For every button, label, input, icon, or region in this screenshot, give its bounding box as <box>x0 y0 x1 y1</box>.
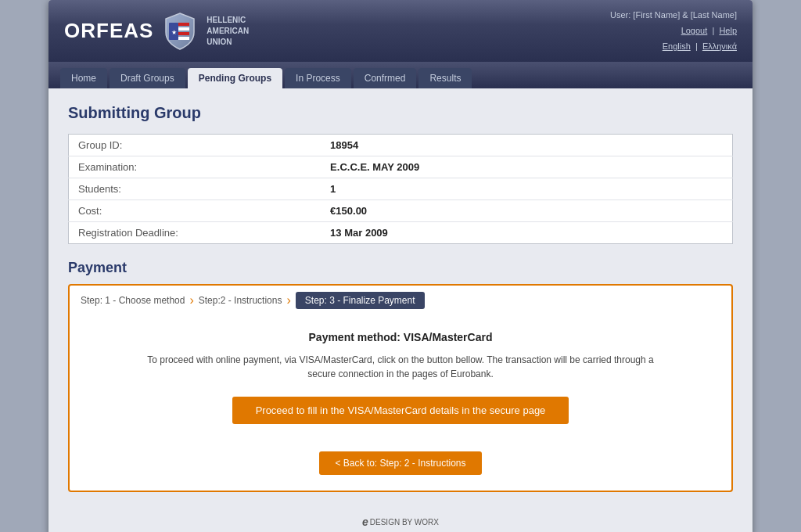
group-info-table: Group ID: 18954 Examination: E.C.C.E. MA… <box>68 134 733 244</box>
payment-method-title: Payment method: VISA/MasterCard <box>85 331 716 343</box>
main-window: ORFEAS ★ HELLENIC <box>48 0 753 532</box>
org-name: HELLENIC AMERICAN UNION <box>207 15 249 48</box>
table-row: Group ID: 18954 <box>69 135 733 156</box>
content-area: Submitting Group Group ID: 18954 Examina… <box>48 88 753 508</box>
steps-bar: Step: 1 - Choose method › Step:2 - Instr… <box>68 284 733 315</box>
user-label: User: [First Name] & [Last Name] <box>610 8 737 23</box>
lang-gr-link[interactable]: Ελληνικά <box>702 41 737 51</box>
svg-rect-4 <box>178 37 189 40</box>
svg-rect-3 <box>178 32 189 35</box>
field-label: Examination: <box>69 156 321 178</box>
header-right: User: [First Name] & [Last Name] Logout … <box>610 8 737 54</box>
back-button[interactable]: < Back to: Step: 2 - Instructions <box>319 451 481 475</box>
field-label: Students: <box>69 178 321 200</box>
field-label: Cost: <box>69 200 321 222</box>
table-row: Cost: €150.00 <box>69 200 733 222</box>
field-value: €150.00 <box>321 200 732 222</box>
proceed-button[interactable]: Proceed to fill in the VISA/MasterCard d… <box>232 397 569 424</box>
step-arrow-2: › <box>286 293 290 307</box>
step-1[interactable]: Step: 1 - Choose method <box>81 295 185 306</box>
step-arrow-1: › <box>189 293 193 307</box>
table-row: Registration Deadline: 13 Mar 2009 <box>69 222 733 244</box>
field-value: 1 <box>321 178 732 200</box>
table-row: Examination: E.C.C.E. MAY 2009 <box>69 156 733 178</box>
logout-link[interactable]: Logout <box>681 26 708 35</box>
field-value: 13 Mar 2009 <box>321 222 732 244</box>
header-left: ORFEAS ★ HELLENIC <box>64 12 249 51</box>
tab-draft-groups[interactable]: Draft Groups <box>110 68 185 88</box>
field-label: Group ID: <box>69 135 321 156</box>
tab-pending-groups[interactable]: Pending Groups <box>188 68 282 88</box>
field-value: 18954 <box>321 135 732 156</box>
payment-box: Payment method: VISA/MasterCard To proce… <box>68 315 733 492</box>
nav-bar: Home Draft Groups Pending Groups In Proc… <box>48 62 753 88</box>
header: ORFEAS ★ HELLENIC <box>48 0 753 62</box>
payment-section-title: Payment <box>68 260 733 276</box>
svg-rect-1 <box>178 23 189 26</box>
svg-rect-2 <box>178 27 189 31</box>
step-2[interactable]: Step:2 - Instructions <box>199 295 282 306</box>
step-3[interactable]: Step: 3 - Finalize Payment <box>296 292 425 309</box>
svg-text:★: ★ <box>171 29 177 36</box>
help-link[interactable]: Help <box>719 26 737 35</box>
field-label: Registration Deadline: <box>69 222 321 244</box>
footer: e DESIGN BY WORX <box>48 508 753 532</box>
logo-text: ORFEAS <box>64 19 153 43</box>
tab-confirmed[interactable]: Confrmed <box>354 68 417 88</box>
tab-home[interactable]: Home <box>60 68 107 88</box>
page-title: Submitting Group <box>68 104 733 122</box>
footer-logo: e DESIGN BY WORX <box>362 516 439 528</box>
shield-icon: ★ <box>163 12 197 51</box>
field-value: E.C.C.E. MAY 2009 <box>321 156 732 178</box>
payment-description: To proceed with online payment, via VISA… <box>146 353 655 381</box>
tab-in-process[interactable]: In Process <box>285 68 351 88</box>
lang-en-link[interactable]: English <box>663 41 691 51</box>
table-row: Students: 1 <box>69 178 733 200</box>
tab-results[interactable]: Results <box>418 68 472 88</box>
